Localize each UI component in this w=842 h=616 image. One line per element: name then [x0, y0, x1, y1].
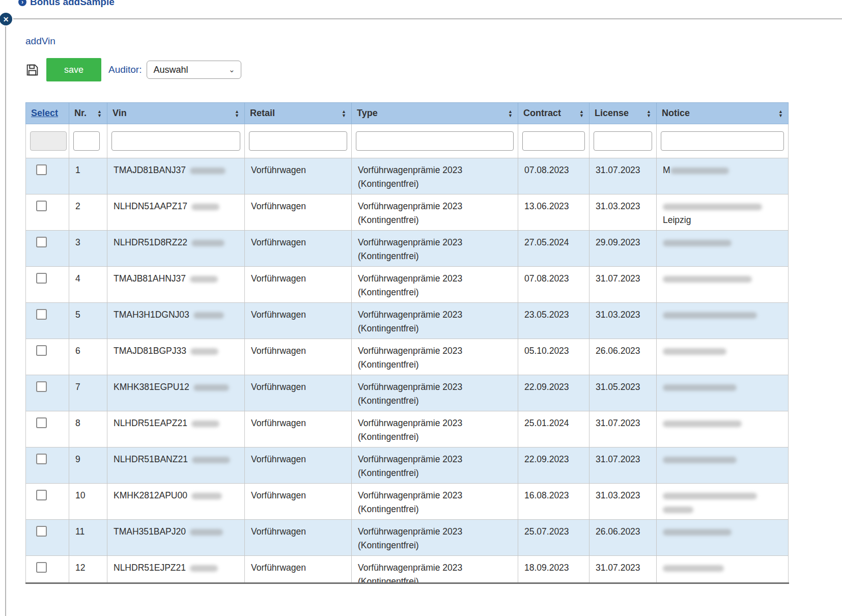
- row-select-cell: [26, 375, 69, 411]
- header-row: SelectNr.▲▼Vin▲▼Retail▲▼Type▲▼Contract▲▼…: [26, 103, 789, 124]
- row-nr-cell: 7: [69, 375, 107, 411]
- column-label-nr: Nr.: [74, 108, 87, 119]
- sort-icon[interactable]: ▲▼: [647, 109, 651, 118]
- table-row: 4TMAJB81AHNJ37VorführwagenVorführwagenpr…: [26, 267, 789, 303]
- row-checkbox[interactable]: [36, 454, 47, 464]
- notice-line: [663, 344, 783, 358]
- row-retail-cell: Vorführwagen: [245, 447, 352, 484]
- column-header-contract[interactable]: Contract▲▼: [518, 103, 590, 124]
- row-license-cell: 31.07.2023: [590, 158, 657, 194]
- filter-type-input[interactable]: [356, 131, 514, 151]
- row-checkbox[interactable]: [36, 417, 47, 428]
- row-vin-cell: TMAJB81AHNJ37: [107, 267, 245, 303]
- filter-cell-select: [26, 124, 69, 158]
- auditor-select[interactable]: Auswahl ⌄: [147, 61, 241, 79]
- row-vin-cell: KMHK2812APU00: [107, 484, 245, 520]
- notice-line: [663, 489, 783, 502]
- filter-cell-vin: [107, 124, 245, 158]
- row-checkbox[interactable]: [36, 490, 47, 500]
- filter-contract-input[interactable]: [522, 131, 585, 151]
- sort-icon[interactable]: ▲▼: [97, 109, 102, 118]
- row-select-cell: [26, 303, 69, 339]
- table-row: 11TMAH351BAPJ20VorführwagenVorführwagenp…: [26, 520, 789, 556]
- auditor-label: Auditor:: [108, 64, 142, 75]
- row-checkbox[interactable]: [36, 381, 47, 392]
- column-header-type[interactable]: Type▲▼: [352, 103, 518, 124]
- row-license-cell: 31.05.2023: [590, 375, 657, 411]
- chevron-down-icon: ⌄: [229, 65, 235, 74]
- row-license-cell: 31.07.2023: [590, 267, 657, 303]
- vin-redacted-region: [190, 529, 223, 536]
- row-type-cell: Vorführwagenprämie 2023 (Kontingentfrei): [352, 267, 518, 303]
- column-label-type: Type: [357, 108, 378, 119]
- row-nr-cell: 5: [69, 303, 107, 339]
- filter-select-disabled-box: [30, 131, 67, 151]
- sort-icon[interactable]: ▲▼: [579, 109, 584, 118]
- vin-redacted-region: [192, 457, 230, 463]
- row-select-cell: [26, 267, 69, 303]
- sort-down-arrow: ▼: [342, 114, 346, 118]
- addvin-link[interactable]: addVin: [25, 36, 55, 47]
- filter-nr-input[interactable]: [73, 131, 100, 151]
- sort-icon[interactable]: ▲▼: [778, 109, 783, 118]
- select-all-link[interactable]: Select: [31, 108, 58, 119]
- row-notice-cell: [657, 339, 789, 375]
- column-header-select: Select: [26, 103, 69, 124]
- filter-retail-input[interactable]: [249, 131, 347, 151]
- row-checkbox[interactable]: [36, 345, 47, 356]
- close-icon[interactable]: ✕: [0, 12, 13, 26]
- row-retail-cell: Vorführwagen: [245, 520, 352, 556]
- vin-text: NLHDR51EAPZ21: [114, 418, 187, 428]
- row-checkbox[interactable]: [36, 309, 47, 320]
- table-row: 10KMHK2812APU00VorführwagenVorführwagenp…: [26, 484, 789, 520]
- notice-line: Leipzig: [663, 213, 783, 227]
- column-header-retail[interactable]: Retail▲▼: [245, 103, 352, 124]
- row-type-cell: Vorführwagenprämie 2023 (Kontingentfrei): [352, 520, 518, 556]
- notice-line: [663, 502, 783, 516]
- row-nr-cell: 2: [69, 194, 107, 231]
- row-contract-cell: 07.08.2023: [518, 267, 590, 303]
- row-checkbox[interactable]: [36, 201, 47, 211]
- notice-line: [663, 308, 783, 322]
- column-header-license[interactable]: License▲▼: [590, 103, 657, 124]
- vin-text: KMHK2812APU00: [114, 490, 187, 500]
- column-header-nr[interactable]: Nr.▲▼: [69, 103, 107, 124]
- row-checkbox[interactable]: [36, 273, 47, 284]
- row-checkbox[interactable]: [36, 237, 47, 247]
- row-checkbox[interactable]: [36, 562, 47, 573]
- row-checkbox[interactable]: [36, 526, 47, 537]
- row-license-cell: 31.07.2023: [590, 411, 657, 447]
- sort-icon[interactable]: ▲▼: [235, 109, 239, 118]
- row-select-cell: [26, 447, 69, 484]
- column-header-notice[interactable]: Notice▲▼: [657, 103, 789, 124]
- filter-vin-input[interactable]: [111, 131, 240, 151]
- row-contract-cell: 18.09.2023: [518, 556, 590, 584]
- notice-redacted-region: [670, 167, 729, 174]
- vin-table-wrapper: SelectNr.▲▼Vin▲▼Retail▲▼Type▲▼Contract▲▼…: [25, 102, 789, 584]
- floppy-disk-icon[interactable]: [25, 63, 39, 77]
- filter-license-input[interactable]: [594, 131, 652, 151]
- filter-notice-input[interactable]: [661, 131, 784, 151]
- save-button[interactable]: save: [46, 58, 101, 81]
- row-nr-cell: 3: [69, 231, 107, 267]
- row-notice-cell: [657, 447, 789, 484]
- column-header-vin[interactable]: Vin▲▼: [107, 103, 245, 124]
- column-label-retail: Retail: [250, 108, 275, 119]
- notice-redacted-region: [663, 421, 742, 427]
- column-label-contract: Contract: [523, 108, 561, 119]
- sort-icon[interactable]: ▲▼: [342, 109, 346, 118]
- row-nr-cell: 6: [69, 339, 107, 375]
- row-retail-cell: Vorführwagen: [245, 484, 352, 520]
- notice-redacted-region: [663, 276, 752, 283]
- notice-line: [663, 525, 783, 539]
- row-license-cell: 31.03.2023: [590, 194, 657, 231]
- sort-icon[interactable]: ▲▼: [508, 109, 513, 118]
- row-checkbox[interactable]: [36, 164, 47, 175]
- row-contract-cell: 27.05.2024: [518, 231, 590, 267]
- row-contract-cell: 23.05.2023: [518, 303, 590, 339]
- row-vin-cell: NLHDR51BANZ21: [107, 447, 245, 484]
- table-row: 6TMAJD81BGPJ33VorführwagenVorführwagenpr…: [26, 339, 789, 375]
- row-contract-cell: 25.07.2023: [518, 520, 590, 556]
- filter-cell-type: [352, 124, 518, 158]
- row-retail-cell: Vorführwagen: [245, 303, 352, 339]
